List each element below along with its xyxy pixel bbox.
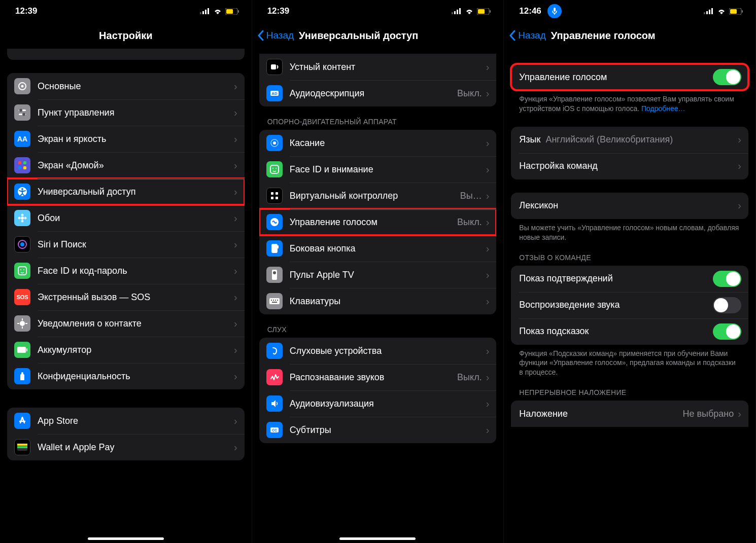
svg-point-25 (20, 242, 24, 246)
overlay-row[interactable]: Наложение Не выбрано › (511, 401, 748, 427)
svg-point-8 (21, 85, 24, 88)
row-label: Наложение (519, 409, 682, 419)
voice-control-toggle[interactable] (713, 69, 741, 85)
row-label: Управление голосом (519, 72, 713, 83)
svg-rect-16 (23, 166, 26, 169)
settings-row[interactable]: SOSЭкстренный вызов — SOS› (7, 284, 245, 310)
status-indicators (200, 8, 239, 15)
chevron-left-icon (257, 30, 264, 41)
chevron-right-icon: › (234, 442, 237, 453)
settings-row[interactable]: Клавиатуры› (259, 288, 497, 314)
settings-row[interactable]: Уведомления о контакте› (7, 310, 245, 337)
svg-rect-35 (26, 348, 27, 351)
switch-icon (266, 188, 283, 204)
voice-control-toggle-row[interactable]: Управление голосом (511, 64, 748, 90)
speak-icon (266, 59, 283, 75)
overlay-group: Наложение Не выбрано › (511, 401, 748, 427)
lexicon-row[interactable]: Лексикон › (511, 193, 748, 219)
back-button[interactable]: Назад (509, 30, 545, 41)
chevron-right-icon: › (486, 164, 490, 175)
chevron-right-icon: › (234, 292, 237, 303)
row-label: Субтитры (290, 425, 485, 436)
svg-rect-37 (17, 444, 27, 446)
settings-row[interactable]: Пункт управления› (7, 99, 245, 126)
svg-rect-65 (273, 300, 274, 301)
chevron-right-icon: › (486, 61, 490, 73)
settings-row[interactable]: Управление голосомВыкл.› (259, 209, 497, 235)
toggle-switch[interactable] (713, 297, 741, 313)
settings-row[interactable]: Устный контент› (259, 54, 497, 80)
settings-row[interactable]: Слуховые устройства› (259, 338, 497, 364)
settings-row[interactable]: Face ID и код-пароль› (7, 258, 245, 284)
status-time: 12:39 (15, 6, 37, 16)
wifi-icon (465, 8, 474, 15)
settings-row[interactable]: CCСубтитры› (259, 417, 497, 443)
accessibility-icon (14, 184, 30, 200)
row-label: Аудиодескрипция (290, 88, 457, 99)
toggle-switch[interactable] (713, 323, 741, 340)
status-time: 12:39 (267, 6, 289, 16)
page-title: Настройки (0, 30, 252, 42)
row-label: Уведомления о контакте (38, 318, 233, 329)
svg-rect-54 (271, 192, 273, 195)
svg-point-12 (22, 113, 25, 116)
appstore-icon (14, 413, 30, 429)
settings-row[interactable]: App Store› (7, 408, 245, 434)
row-label: Боковая кнопка (290, 243, 485, 254)
touch-icon (266, 135, 283, 151)
battery-icon (477, 8, 491, 15)
settings-row[interactable]: Виртуальный контроллерВы…› (259, 183, 497, 209)
status-bar: 12:39 (0, 0, 252, 22)
row-label: Распознавание звуков (290, 372, 457, 383)
svg-rect-63 (269, 298, 280, 304)
svg-rect-60 (278, 245, 279, 248)
settings-row[interactable]: Обои› (7, 205, 245, 231)
settings-row[interactable]: Конфиденциальность› (7, 363, 245, 389)
home-indicator[interactable] (339, 537, 416, 540)
row-label: Слуховые устройства (290, 346, 485, 356)
learn-more-link[interactable]: Подробнее… (641, 104, 685, 113)
lang-commands-group: Язык Английский (Великобритания) › Настр… (511, 127, 748, 179)
screen-settings: 12:39 Настройки Основные›Пункт управлени… (0, 0, 252, 543)
svg-point-49 (273, 141, 276, 144)
chevron-right-icon: › (234, 265, 237, 277)
settings-row[interactable]: Касание› (259, 130, 497, 156)
feedback-toggle-row[interactable]: Показ подсказок (511, 318, 748, 345)
flower-icon (14, 210, 30, 226)
settings-row[interactable]: Боковая кнопка› (259, 235, 497, 262)
settings-row[interactable]: ADАудиодескрипцияВыкл.› (259, 80, 497, 106)
language-row[interactable]: Язык Английский (Великобритания) › (511, 127, 748, 153)
settings-row[interactable]: Wallet и Apple Pay› (7, 434, 245, 460)
chevron-right-icon: › (486, 296, 490, 307)
settings-row[interactable]: Siri и Поиск› (7, 231, 245, 258)
row-label: Экран и яркость (38, 134, 233, 144)
wallet-icon (14, 439, 30, 455)
settings-row[interactable]: Пульт Apple TV› (259, 262, 497, 288)
row-label: Пульт Apple TV (290, 270, 485, 280)
svg-point-53 (276, 168, 277, 169)
settings-row[interactable]: Face ID и внимание› (259, 156, 497, 183)
settings-row[interactable]: Основные› (7, 73, 245, 99)
settings-row[interactable]: Универсальный доступ› (7, 178, 245, 205)
svg-rect-0 (200, 12, 201, 14)
keyboard-icon (266, 293, 283, 309)
back-button[interactable]: Назад (257, 30, 294, 41)
feedback-toggle-row[interactable]: Показ подтверждений (511, 266, 748, 292)
feedback-group: Показ подтвержденийВоспроизведение звука… (511, 266, 748, 345)
group-header-feedback: ОТЗЫВ О КОМАНДЕ (511, 242, 748, 266)
wifi-icon (213, 8, 222, 15)
settings-row[interactable]: Аудиовизуализация› (259, 390, 497, 417)
svg-point-28 (23, 269, 24, 270)
hand-icon (14, 368, 30, 384)
settings-row[interactable]: Распознавание звуковВыкл.› (259, 364, 497, 390)
settings-row[interactable]: Экран «Домой»› (7, 152, 245, 178)
settings-row[interactable]: AAЭкран и яркость› (7, 126, 245, 152)
svg-rect-45 (490, 10, 491, 13)
svg-rect-13 (18, 161, 21, 164)
ear-icon (266, 343, 283, 359)
commands-row[interactable]: Настройка команд › (511, 153, 748, 179)
settings-row[interactable]: Аккумулятор› (7, 337, 245, 363)
home-indicator[interactable] (88, 537, 164, 540)
toggle-switch[interactable] (713, 271, 741, 287)
feedback-toggle-row[interactable]: Воспроизведение звука (511, 292, 748, 318)
